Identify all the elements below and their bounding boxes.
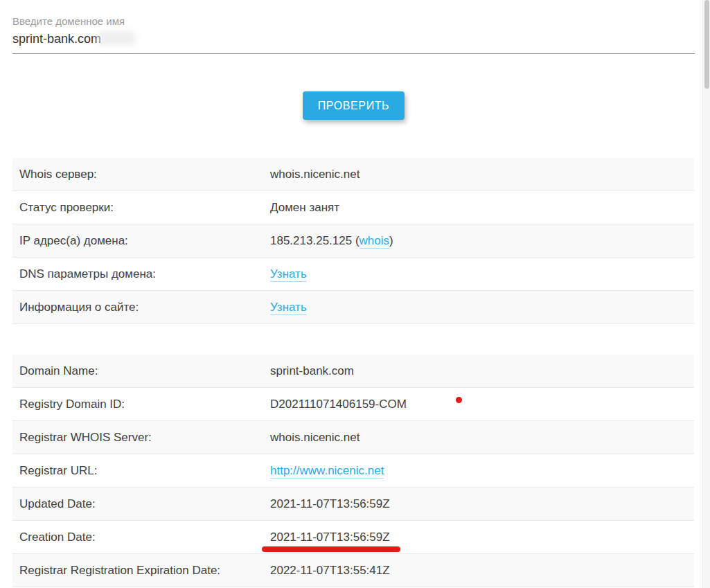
smudge-artifact <box>98 31 135 45</box>
dns-details-link[interactable]: Узнать <box>270 267 307 282</box>
table-row: Информация о сайте:Узнать <box>12 291 694 324</box>
red-underline-annotation <box>262 546 400 552</box>
value-text: sprint-bank.com <box>270 364 354 377</box>
table-row: Registrar WHOIS Server:whois.nicenic.net <box>12 421 694 454</box>
row-label: Информация о сайте: <box>12 301 270 314</box>
whois-check-page: Введите доменное имя ПРОВЕРИТЬ Whois сер… <box>0 0 710 588</box>
scrollbar <box>702 0 710 588</box>
row-label: Creation Date: <box>12 531 270 544</box>
site-info-link[interactable]: Узнать <box>270 301 307 315</box>
row-label: IP адрес(а) домена: <box>12 234 270 248</box>
table-row: Registrar URL:http://www.nicenic.net <box>12 454 694 488</box>
value-text: 2022-11-07T13:55:41Z <box>270 564 390 577</box>
value-text: 185.213.25.125 ( <box>270 234 360 247</box>
row-label: Whois сервер: <box>12 168 270 181</box>
domain-input-label: Введите доменное имя <box>12 15 125 27</box>
row-value: Узнать <box>270 267 307 281</box>
row-value: Узнать <box>270 301 307 314</box>
whois-details-table: Domain Name:sprint-bank.comRegistry Doma… <box>12 355 694 587</box>
row-label: Registry Domain ID: <box>12 398 270 411</box>
table-row: Domain Name:sprint-bank.com <box>12 355 694 388</box>
row-label: Updated Date: <box>12 497 270 511</box>
value-text: whois.nicenic.net <box>270 431 360 444</box>
row-value: sprint-bank.com <box>270 364 354 378</box>
check-results-table: Whois сервер:whois.nicenic.netСтатус про… <box>12 158 694 324</box>
scrollbar-thumb[interactable] <box>704 0 709 89</box>
row-value: 2022-11-07T13:55:41Z <box>270 564 390 578</box>
table-row: Статус проверки:Домен занят <box>12 191 694 224</box>
row-value: 185.213.25.125 (whois) <box>270 234 393 248</box>
value-text: D202111071406159-COM <box>270 398 407 411</box>
row-value: http://www.nicenic.net <box>270 464 384 478</box>
registrar-url-link[interactable]: http://www.nicenic.net <box>270 464 384 479</box>
table-row: Registry Domain ID:D202111071406159-COM <box>12 388 694 421</box>
row-label: Domain Name: <box>12 364 270 378</box>
row-value: whois.nicenic.net <box>270 431 360 445</box>
table-row: Whois сервер:whois.nicenic.net <box>12 158 694 191</box>
table-row: IP адрес(а) домена:185.213.25.125 (whois… <box>12 224 694 258</box>
row-value: D202111071406159-COM <box>270 398 407 411</box>
row-value: 2021-11-07T13:56:59Z <box>270 497 390 511</box>
red-dot-annotation <box>456 397 462 403</box>
row-value: whois.nicenic.net <box>270 168 360 181</box>
row-label: Registrar URL: <box>12 464 270 478</box>
value-text: ) <box>389 234 393 247</box>
value-text: whois.nicenic.net <box>270 168 360 181</box>
row-label: Registrar Registration Expiration Date: <box>12 564 270 578</box>
value-text: 2021-11-07T13:56:59Z <box>270 497 390 510</box>
value-text: Домен занят <box>270 201 339 214</box>
table-row: Registrar Registration Expiration Date:2… <box>12 554 694 587</box>
table-row: DNS параметры домена:Узнать <box>12 258 694 291</box>
row-value: Домен занят <box>270 201 339 215</box>
row-label: Статус проверки: <box>12 201 270 215</box>
row-label: DNS параметры домена: <box>12 267 270 281</box>
table-row: Updated Date:2021-11-07T13:56:59Z <box>12 488 694 521</box>
value-text: 2021-11-07T13:56:59Z <box>270 531 390 544</box>
check-button[interactable]: ПРОВЕРИТЬ <box>303 91 405 120</box>
row-value: 2021-11-07T13:56:59Z <box>270 531 390 544</box>
row-label: Registrar WHOIS Server: <box>12 431 270 445</box>
ip-whois-link[interactable]: whois <box>360 234 389 249</box>
